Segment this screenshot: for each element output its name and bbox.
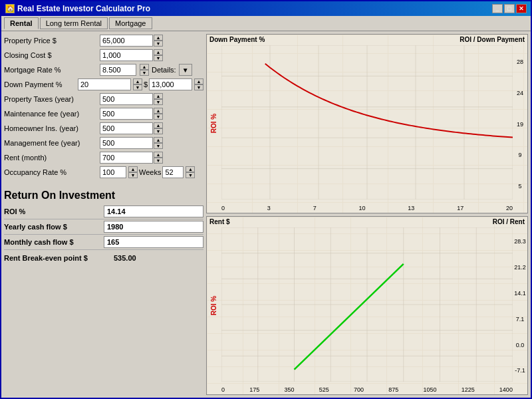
- maintenance-row: Maintenance fee (year) ▲ ▼: [4, 107, 203, 120]
- management-spinner: ▲ ▼: [154, 137, 163, 149]
- monthly-label: Monthly cash flow $: [4, 238, 104, 246]
- closing-cost-up[interactable]: ▲: [154, 49, 163, 55]
- yearly-row: Yearly cash flow $ 1980: [4, 219, 203, 235]
- management-up[interactable]: ▲: [154, 137, 163, 143]
- left-panel: Property Price $ ▲ ▼ Closing Cost $ ▲ ▼: [4, 34, 203, 395]
- window-title: Real Estate Investor Calculator Pro: [17, 4, 150, 13]
- down-payment-dollar-input[interactable]: [149, 78, 192, 90]
- down-payment-row: Down Payment % ▲ ▼ $ ▲ ▼: [4, 78, 203, 91]
- rent-input-group: ▲ ▼: [100, 152, 163, 164]
- homeowner-input[interactable]: [100, 122, 153, 134]
- maintenance-down[interactable]: ▼: [154, 114, 163, 120]
- mortgage-rate-label: Mortgage Rate %: [4, 66, 97, 74]
- monthly-value: 165: [104, 236, 203, 248]
- tab-mortgage[interactable]: Mortgage: [109, 17, 152, 29]
- property-taxes-input-group: ▲ ▼: [100, 93, 163, 105]
- closing-cost-spinner: ▲ ▼: [154, 49, 163, 61]
- down-payment-pct-input[interactable]: [78, 78, 131, 90]
- roi-label: ROI %: [4, 207, 104, 215]
- mortgage-rate-input[interactable]: [100, 64, 136, 76]
- breakeven-value: 535.00: [114, 254, 136, 262]
- main-window: 🏠 Real Estate Investor Calculator Pro _ …: [0, 0, 532, 399]
- property-price-spinner: ▲ ▼: [154, 35, 163, 47]
- roi-section-title: Return On Investment: [4, 190, 203, 201]
- rent-row: Rent (month) ▲ ▼: [4, 151, 203, 164]
- homeowner-up[interactable]: ▲: [154, 122, 163, 128]
- breakeven-label: Rent Break-even point $: [4, 254, 114, 262]
- down-pct-up[interactable]: ▲: [133, 78, 142, 84]
- maintenance-input[interactable]: [100, 108, 153, 120]
- management-input[interactable]: [100, 137, 153, 149]
- details-label: Details:: [152, 66, 176, 74]
- occupancy-spinner: ▲ ▼: [128, 166, 138, 178]
- tab-longterm[interactable]: Long term Rental: [40, 17, 108, 29]
- closing-cost-input-group: ▲ ▼: [100, 49, 163, 61]
- chart-top-y-label: ROI %: [211, 114, 218, 133]
- maintenance-up[interactable]: ▲: [154, 108, 163, 114]
- taxes-up[interactable]: ▲: [154, 93, 163, 99]
- weeks-input[interactable]: [162, 166, 184, 178]
- down-payment-pct-spinner: ▲ ▼: [133, 78, 142, 90]
- down-payment-label: Down Payment %: [4, 80, 75, 88]
- maintenance-spinner: ▲ ▼: [154, 108, 163, 120]
- down-dollar-down[interactable]: ▼: [194, 84, 203, 90]
- down-pct-down[interactable]: ▼: [133, 84, 142, 90]
- property-price-row: Property Price $ ▲ ▼: [4, 34, 203, 47]
- property-taxes-spinner: ▲ ▼: [154, 93, 163, 105]
- occupancy-down[interactable]: ▼: [128, 172, 138, 178]
- content-area: Property Price $ ▲ ▼ Closing Cost $ ▲ ▼: [1, 31, 531, 398]
- minimize-button[interactable]: _: [492, 4, 503, 13]
- property-price-up[interactable]: ▲: [154, 35, 163, 41]
- weeks-spinner: ▲ ▼: [186, 166, 195, 178]
- homeowner-row: Homeowner Ins. (year) ▲ ▼: [4, 122, 203, 135]
- closing-cost-input[interactable]: [100, 49, 153, 61]
- tab-rental[interactable]: Rental: [4, 17, 39, 29]
- dollar-sign: $: [144, 80, 148, 88]
- close-button[interactable]: ✕: [516, 4, 527, 13]
- down-dollar-up[interactable]: ▲: [194, 78, 203, 84]
- roi-rent-chart: [221, 227, 513, 382]
- occupancy-row: Occupancy Rate % ▲ ▼ Weeks ▲ ▼: [4, 166, 203, 179]
- property-price-down[interactable]: ▼: [154, 41, 163, 47]
- roi-value: 14.14: [104, 205, 203, 217]
- rent-down[interactable]: ▼: [154, 158, 163, 164]
- tab-bar: Rental Long term Rental Mortgage: [1, 16, 531, 31]
- closing-cost-down[interactable]: ▼: [154, 55, 163, 61]
- property-price-input[interactable]: [100, 35, 153, 47]
- right-panel: Down Payment % ROI / Down Payment ROI % …: [206, 34, 528, 395]
- monthly-row: Monthly cash flow $ 165: [4, 235, 203, 250]
- homeowner-spinner: ▲ ▼: [154, 122, 163, 134]
- down-payment-dollar-spinner: ▲ ▼: [194, 78, 203, 90]
- homeowner-down[interactable]: ▼: [154, 128, 163, 134]
- roi-down-payment-chart: [221, 45, 513, 200]
- property-price-input-group: ▲ ▼: [100, 35, 163, 47]
- weeks-up[interactable]: ▲: [186, 166, 195, 172]
- rent-input[interactable]: [100, 152, 153, 164]
- mortgage-rate-spinner: ▲ ▼: [140, 64, 149, 76]
- taxes-down[interactable]: ▼: [154, 99, 163, 105]
- roi-row: ROI % 14.14: [4, 204, 203, 219]
- window-controls: _ □ ✕: [492, 4, 527, 13]
- closing-cost-label: Closing Cost $: [4, 51, 97, 59]
- occupancy-label: Occupancy Rate %: [4, 168, 97, 176]
- management-down[interactable]: ▼: [154, 143, 163, 149]
- details-dropdown-btn[interactable]: ▼: [179, 64, 192, 76]
- closing-cost-row: Closing Cost $ ▲ ▼: [4, 49, 203, 62]
- rent-spinner: ▲ ▼: [154, 152, 163, 164]
- occupancy-input[interactable]: [100, 166, 126, 178]
- maintenance-label: Maintenance fee (year): [4, 110, 97, 118]
- chart-bottom-y-label: ROI %: [211, 296, 218, 315]
- rent-up[interactable]: ▲: [154, 152, 163, 158]
- app-icon: 🏠: [5, 4, 15, 13]
- mortgage-rate-down[interactable]: ▼: [140, 70, 149, 76]
- property-taxes-label: Property Taxes (year): [4, 95, 97, 103]
- maximize-button[interactable]: □: [504, 4, 515, 13]
- mortgage-rate-up[interactable]: ▲: [140, 64, 149, 70]
- management-label: Management fee (year): [4, 139, 97, 147]
- weeks-down[interactable]: ▼: [186, 172, 195, 178]
- occupancy-controls: ▲ ▼ Weeks ▲ ▼: [100, 166, 195, 178]
- property-taxes-input[interactable]: [100, 93, 153, 105]
- maintenance-input-group: ▲ ▼: [100, 108, 163, 120]
- management-input-group: ▲ ▼: [100, 137, 163, 149]
- occupancy-up[interactable]: ▲: [128, 166, 138, 172]
